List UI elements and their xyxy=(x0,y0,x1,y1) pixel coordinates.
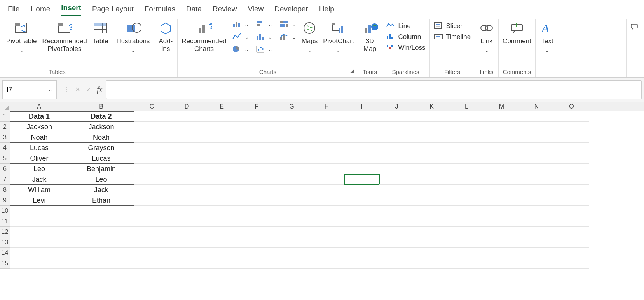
tab-help[interactable]: Help xyxy=(319,5,334,16)
cell[interactable] xyxy=(379,258,414,269)
column-header[interactable]: E xyxy=(204,102,239,111)
cell[interactable] xyxy=(554,174,589,185)
timeline-button[interactable]: Timeline xyxy=(434,33,471,41)
cell[interactable] xyxy=(274,153,309,164)
cell[interactable] xyxy=(169,153,204,164)
cell[interactable] xyxy=(169,206,204,216)
cell[interactable] xyxy=(554,153,589,164)
cell[interactable] xyxy=(169,111,204,122)
column-header[interactable]: O xyxy=(554,102,589,111)
cell[interactable] xyxy=(519,206,554,216)
row-header[interactable]: 13 xyxy=(0,237,10,248)
link-button[interactable]: Link ⌄ xyxy=(479,19,494,53)
cell[interactable] xyxy=(309,216,344,227)
sparkline-winloss-button[interactable]: Win/Loss xyxy=(386,44,426,52)
cell[interactable] xyxy=(484,258,519,269)
cell[interactable] xyxy=(414,174,449,185)
cell[interactable] xyxy=(134,143,169,153)
cell[interactable] xyxy=(169,237,204,248)
cell[interactable] xyxy=(134,237,169,248)
cell[interactable] xyxy=(484,143,519,153)
cell[interactable] xyxy=(344,227,379,237)
cell[interactable] xyxy=(554,132,589,143)
cell[interactable] xyxy=(554,185,589,195)
cell[interactable] xyxy=(449,143,484,153)
3d-map-button[interactable]: 3D Map xyxy=(362,19,378,53)
cell[interactable] xyxy=(239,216,274,227)
cell[interactable] xyxy=(554,237,589,248)
line-chart-button[interactable]: ⌄ xyxy=(232,33,249,41)
cell[interactable] xyxy=(204,174,239,185)
cell[interactable]: Noah xyxy=(68,132,134,143)
cell[interactable] xyxy=(449,237,484,248)
cell[interactable] xyxy=(309,248,344,258)
cell[interactable] xyxy=(239,237,274,248)
column-header[interactable]: F xyxy=(239,102,274,111)
cell[interactable] xyxy=(134,122,169,132)
cell[interactable] xyxy=(204,185,239,195)
cell[interactable] xyxy=(379,174,414,185)
cell[interactable] xyxy=(414,195,449,206)
cell[interactable] xyxy=(239,143,274,153)
tab-page-layout[interactable]: Page Layout xyxy=(92,5,134,16)
cell[interactable] xyxy=(449,164,484,174)
row-header[interactable]: 4 xyxy=(0,143,10,153)
slicer-button[interactable]: Slicer xyxy=(434,22,471,30)
formula-cancel-icon[interactable]: ✕ xyxy=(75,86,80,94)
tab-developer[interactable]: Developer xyxy=(274,5,308,16)
cell[interactable] xyxy=(274,227,309,237)
row-header[interactable]: 7 xyxy=(0,174,10,185)
cell[interactable] xyxy=(449,195,484,206)
charts-dialog-launcher[interactable]: ◢ xyxy=(350,68,354,74)
bar-chart-button[interactable]: ⌄ xyxy=(256,20,272,29)
cell[interactable] xyxy=(10,227,68,237)
cell[interactable] xyxy=(484,195,519,206)
cell[interactable] xyxy=(204,122,239,132)
tab-file[interactable]: File xyxy=(8,5,20,16)
cell[interactable] xyxy=(554,195,589,206)
row-header[interactable]: 12 xyxy=(0,227,10,237)
cell[interactable]: William xyxy=(10,185,68,195)
cell[interactable] xyxy=(10,216,68,227)
cell[interactable] xyxy=(519,174,554,185)
cell[interactable] xyxy=(169,174,204,185)
cell[interactable] xyxy=(274,185,309,195)
cell[interactable] xyxy=(274,206,309,216)
cell[interactable] xyxy=(379,206,414,216)
cell[interactable] xyxy=(344,195,379,206)
cell[interactable] xyxy=(10,248,68,258)
cell[interactable] xyxy=(309,143,344,153)
cell[interactable] xyxy=(379,153,414,164)
cell[interactable] xyxy=(204,206,239,216)
cell[interactable] xyxy=(239,206,274,216)
cell[interactable] xyxy=(274,111,309,122)
cell[interactable] xyxy=(239,248,274,258)
cell[interactable] xyxy=(204,248,239,258)
cell[interactable] xyxy=(274,216,309,227)
column-header[interactable]: L xyxy=(449,102,484,111)
cell[interactable] xyxy=(134,195,169,206)
cell[interactable] xyxy=(204,143,239,153)
cell[interactable] xyxy=(449,185,484,195)
row-header[interactable]: 8 xyxy=(0,185,10,195)
cell[interactable] xyxy=(484,111,519,122)
cell[interactable] xyxy=(68,248,134,258)
cell[interactable] xyxy=(134,206,169,216)
cell[interactable] xyxy=(484,174,519,185)
cell[interactable] xyxy=(379,216,414,227)
cell[interactable] xyxy=(309,164,344,174)
cell[interactable] xyxy=(309,195,344,206)
cell[interactable] xyxy=(309,227,344,237)
cell[interactable] xyxy=(169,195,204,206)
cell[interactable] xyxy=(484,216,519,227)
cell[interactable] xyxy=(414,164,449,174)
sparkline-column-button[interactable]: Column xyxy=(386,33,426,41)
recommended-pivottables-button[interactable]: ? Recommended PivotTables xyxy=(42,19,87,53)
cell[interactable] xyxy=(68,237,134,248)
cell[interactable] xyxy=(239,153,274,164)
pivottable-button[interactable]: PivotTable ⌄ xyxy=(6,19,37,53)
row-header[interactable]: 10 xyxy=(0,206,10,216)
row-header[interactable]: 14 xyxy=(0,248,10,258)
cell[interactable] xyxy=(239,122,274,132)
cell[interactable] xyxy=(274,164,309,174)
